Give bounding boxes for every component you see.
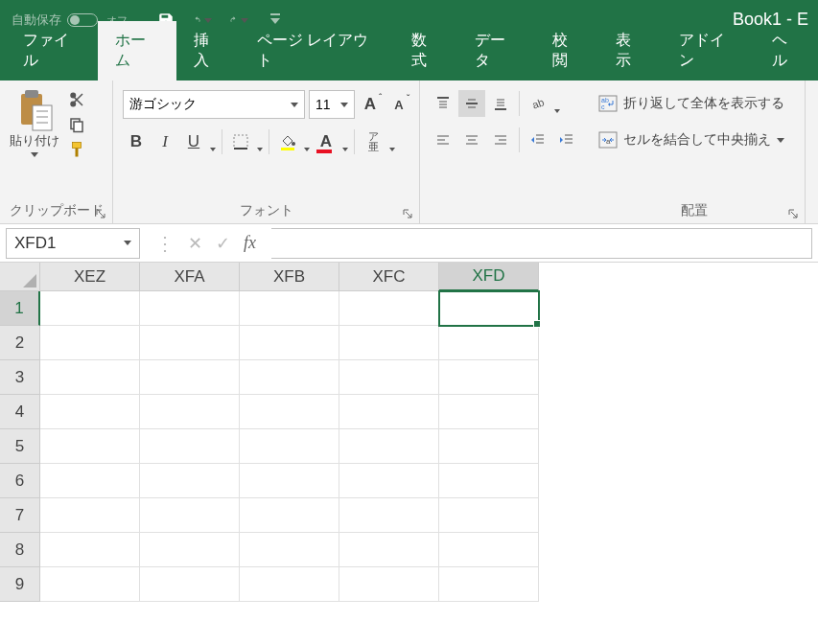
fx-icon[interactable]: fx <box>244 233 256 253</box>
align-top-button[interactable] <box>430 90 456 117</box>
cell[interactable] <box>339 360 439 395</box>
dialog-launcher-icon[interactable] <box>402 206 413 218</box>
column-header[interactable]: XFD <box>439 263 539 291</box>
select-all-corner[interactable] <box>0 263 40 291</box>
cell[interactable] <box>439 429 539 464</box>
cell[interactable] <box>240 326 339 360</box>
align-center-button[interactable] <box>458 126 485 153</box>
cell[interactable] <box>140 498 240 533</box>
row-header[interactable]: 2 <box>0 326 40 360</box>
tab-addins[interactable]: アドイン <box>662 21 754 80</box>
decrease-font-button[interactable]: Aˇ <box>386 91 412 118</box>
tab-file[interactable]: ファイル <box>6 21 98 80</box>
increase-indent-button[interactable] <box>553 126 580 153</box>
cell[interactable] <box>240 533 339 567</box>
tab-data[interactable]: データ <box>457 21 535 80</box>
cell[interactable] <box>240 291 339 326</box>
format-painter-button[interactable] <box>67 140 86 159</box>
tab-view[interactable]: 表示 <box>598 21 662 80</box>
cell[interactable] <box>439 533 539 567</box>
align-bottom-button[interactable] <box>487 90 514 117</box>
row-header[interactable]: 4 <box>0 395 40 429</box>
italic-button[interactable]: I <box>152 128 178 155</box>
cell[interactable] <box>439 291 539 326</box>
name-box[interactable]: XFD1 <box>6 228 140 259</box>
tab-page-layout[interactable]: ページ レイアウト <box>240 21 394 80</box>
cell[interactable] <box>439 498 539 533</box>
underline-button[interactable]: U <box>180 128 217 155</box>
row-header[interactable]: 5 <box>0 429 40 464</box>
cell[interactable] <box>140 567 240 602</box>
cell[interactable] <box>339 533 439 567</box>
cell[interactable] <box>140 326 240 360</box>
align-left-button[interactable] <box>430 126 456 153</box>
tab-review[interactable]: 校閲 <box>535 21 598 80</box>
column-header[interactable]: XFB <box>240 263 339 291</box>
font-name-combo[interactable]: 游ゴシック <box>123 90 305 119</box>
tab-home[interactable]: ホーム <box>98 21 175 80</box>
cell[interactable] <box>240 395 339 429</box>
cell[interactable] <box>40 326 140 360</box>
cell[interactable] <box>240 567 339 602</box>
row-header[interactable]: 7 <box>0 498 40 533</box>
cell[interactable] <box>339 326 439 360</box>
tab-help[interactable]: ヘル <box>755 21 818 80</box>
merge-center-button[interactable]: a セルを結合して中央揃え <box>593 126 790 153</box>
font-size-combo[interactable]: 11 <box>309 90 355 119</box>
enter-formula-button[interactable]: ✓ <box>216 233 230 254</box>
cell[interactable] <box>439 567 539 602</box>
cell[interactable] <box>439 395 539 429</box>
column-header[interactable]: XFC <box>339 263 439 291</box>
paste-button[interactable]: 貼り付け <box>6 86 63 159</box>
align-right-button[interactable] <box>487 126 514 153</box>
cell[interactable] <box>339 291 439 326</box>
cell[interactable] <box>240 464 339 498</box>
cell[interactable] <box>40 360 140 395</box>
cell[interactable] <box>339 429 439 464</box>
borders-button[interactable] <box>227 128 264 155</box>
cell[interactable] <box>339 464 439 498</box>
cut-button[interactable] <box>67 90 86 109</box>
tab-insert[interactable]: 挿入 <box>176 21 240 80</box>
cell[interactable] <box>140 360 240 395</box>
increase-font-button[interactable]: Aˆ <box>357 91 384 118</box>
cell[interactable] <box>140 429 240 464</box>
cell[interactable] <box>40 464 140 498</box>
column-header[interactable]: XEZ <box>40 263 140 291</box>
decrease-indent-button[interactable] <box>525 126 551 153</box>
dialog-launcher-icon[interactable] <box>787 206 799 218</box>
dialog-launcher-icon[interactable] <box>95 206 106 218</box>
cell[interactable] <box>439 326 539 360</box>
column-header[interactable]: XFA <box>140 263 240 291</box>
phonetic-guide-button[interactable]: ア亜 <box>360 128 396 155</box>
cell[interactable] <box>140 464 240 498</box>
cell[interactable] <box>40 429 140 464</box>
tab-formulas[interactable]: 数式 <box>394 21 457 80</box>
copy-button[interactable] <box>67 115 86 134</box>
cell[interactable] <box>40 498 140 533</box>
row-header[interactable]: 9 <box>0 567 40 602</box>
row-header[interactable]: 6 <box>0 464 40 498</box>
cell[interactable] <box>339 395 439 429</box>
row-header[interactable]: 1 <box>0 291 40 326</box>
cell[interactable] <box>339 498 439 533</box>
row-header[interactable]: 8 <box>0 533 40 567</box>
align-middle-button[interactable] <box>458 90 485 117</box>
cell[interactable] <box>240 360 339 395</box>
cell[interactable] <box>439 464 539 498</box>
cell[interactable] <box>140 395 240 429</box>
cell[interactable] <box>140 533 240 567</box>
cell[interactable] <box>339 567 439 602</box>
cancel-formula-button[interactable]: ✕ <box>188 233 202 254</box>
cell[interactable] <box>240 498 339 533</box>
bold-button[interactable]: B <box>123 128 150 155</box>
font-color-button[interactable]: A <box>313 128 349 155</box>
cell[interactable] <box>40 291 140 326</box>
orientation-button[interactable]: ab <box>525 90 561 117</box>
cell[interactable] <box>240 429 339 464</box>
formula-input[interactable] <box>271 228 812 259</box>
cell[interactable] <box>40 395 140 429</box>
fill-color-button[interactable] <box>274 128 311 155</box>
cell[interactable] <box>40 533 140 567</box>
cell[interactable] <box>439 360 539 395</box>
